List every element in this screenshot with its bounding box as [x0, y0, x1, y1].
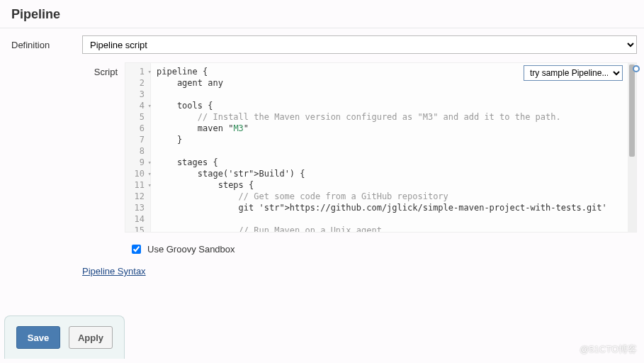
definition-select[interactable]: Pipeline script [82, 35, 637, 54]
groovy-sandbox-checkbox[interactable] [132, 245, 141, 254]
editor-code[interactable]: pipeline { agent any tools { // Install … [151, 63, 636, 232]
watermark: @51CTO博客 [580, 343, 637, 356]
button-bar: Save Apply [4, 315, 125, 359]
pipeline-syntax-link[interactable]: Pipeline Syntax [82, 266, 146, 277]
save-button[interactable]: Save [16, 326, 60, 349]
editor-gutter: 1234567891011121314151617 [125, 63, 151, 232]
editor-scrollbar[interactable] [628, 63, 636, 232]
pipeline-syntax-row: Pipeline Syntax [82, 266, 644, 277]
groovy-sandbox-label: Use Groovy Sandbox [147, 244, 235, 255]
definition-row: Definition Pipeline script [0, 35, 644, 54]
script-row: Script try sample Pipeline... 1234567891… [0, 62, 644, 233]
help-icon[interactable] [633, 65, 640, 72]
apply-button[interactable]: Apply [69, 326, 113, 349]
script-label: Script [11, 62, 125, 77]
sample-pipeline-dropdown[interactable]: try sample Pipeline... [524, 65, 623, 81]
script-editor[interactable]: 1234567891011121314151617 pipeline { age… [125, 62, 637, 233]
sandbox-row: Use Groovy Sandbox [129, 242, 644, 256]
section-title: Pipeline [0, 0, 644, 28]
definition-label: Definition [11, 40, 82, 50]
